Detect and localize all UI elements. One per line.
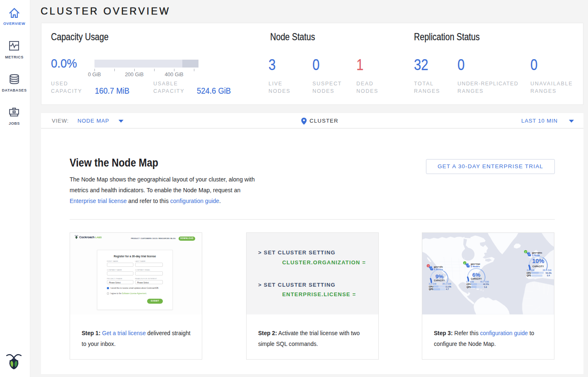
svg-text:53.3%: 53.3% (546, 272, 552, 274)
svg-text:11.0%: 11.0% (445, 285, 451, 288)
svg-text:2 Nodes: 2 Nodes (471, 265, 480, 268)
svg-text:9%: 9% (436, 273, 444, 280)
svg-text:✓: ✓ (464, 262, 466, 264)
svg-text:45.7 GiB: 45.7 GiB (480, 280, 489, 283)
svg-text:3.7 GiB: 3.7 GiB (466, 280, 474, 283)
svg-text:CPU: CPU (467, 283, 471, 285)
svg-text:42.5%: 42.5% (483, 283, 489, 285)
svg-text:QPS: QPS (467, 286, 471, 288)
svg-text:3.6 GiB: 3.6 GiB (527, 269, 535, 271)
svg-text:CAPACITY: CAPACITY (532, 265, 544, 268)
svg-text:CPU: CPU (429, 285, 433, 288)
svg-text:3.2 GiB: 3.2 GiB (429, 283, 437, 285)
svg-text:6%: 6% (472, 272, 481, 278)
svg-text:QPS: QPS (429, 288, 433, 290)
svg-text:✓: ✓ (525, 251, 527, 253)
svg-text:36.4 GiB: 36.4 GiB (542, 269, 552, 271)
svg-text:0.4: 0.4 (547, 274, 550, 277)
svg-text:4.7: 4.7 (446, 288, 449, 290)
svg-text:10%: 10% (532, 258, 544, 264)
svg-text:35.1 GiB: 35.1 GiB (442, 283, 451, 285)
svg-text:1 Node: 1 Node (532, 254, 540, 256)
svg-text:CAPACITY: CAPACITY (471, 278, 482, 280)
svg-text:5.8: 5.8 (484, 286, 487, 288)
svg-text:QPS: QPS (527, 274, 531, 277)
svg-text:CPU: CPU (527, 272, 531, 274)
svg-text:CAPACITY: CAPACITY (434, 280, 445, 282)
svg-text:!: ! (428, 265, 429, 267)
